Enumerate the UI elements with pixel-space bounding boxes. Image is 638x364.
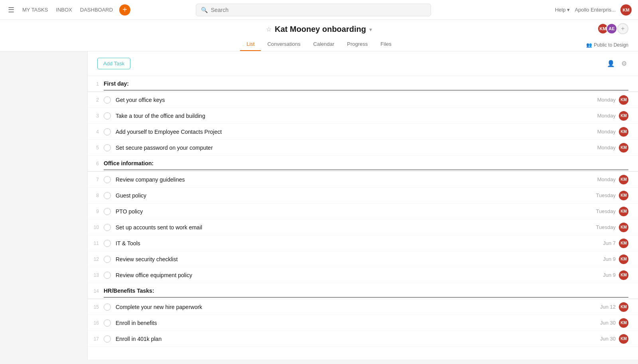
task-name: Review security checklist (116, 256, 603, 262)
task-assignee[interactable]: KM (619, 111, 628, 121)
task-assignee[interactable]: KM (619, 270, 628, 280)
task-name: Set secure password on your computer (116, 145, 597, 151)
tab-conversations[interactable]: Conversations (261, 38, 307, 51)
task-date: Jun 30 (600, 336, 616, 342)
add-button[interactable]: + (119, 4, 130, 16)
task-row[interactable]: 7 Review company guidelines Monday KM (88, 172, 638, 188)
task-assignee[interactable]: KM (619, 143, 628, 153)
tab-list[interactable]: List (240, 38, 261, 51)
task-row[interactable]: 15 Complete your new hire paperwork Jun … (88, 299, 638, 315)
row-number: 3 (88, 113, 104, 119)
list-actions: 👤 ⚙ (605, 58, 628, 69)
user-avatar[interactable]: KM (620, 4, 632, 16)
task-row[interactable]: 9 PTO policy Tuesday KM (88, 204, 638, 219)
task-date: Tuesday (596, 224, 616, 230)
row-number: 7 (88, 177, 104, 182)
row-number: 10 (88, 225, 104, 230)
section-header: 14 HR/Benefits Tasks: (88, 283, 638, 299)
task-assignee[interactable]: KM (619, 302, 628, 312)
task-date: Monday (597, 113, 616, 119)
add-task-button[interactable]: Add Task (97, 58, 130, 69)
row-number: 16 (88, 320, 104, 326)
task-assignee[interactable]: KM (619, 318, 628, 328)
task-row[interactable]: 5 Set secure password on your computer M… (88, 140, 638, 156)
task-assignee[interactable]: KM (619, 207, 628, 216)
task-date: Monday (597, 176, 616, 182)
task-date: Jun 7 (603, 240, 616, 246)
task-name: Enroll in 401k plan (116, 336, 600, 342)
tab-files[interactable]: Files (374, 38, 398, 51)
search-bar[interactable]: 🔍 (196, 4, 431, 16)
content-area: Add Task 👤 ⚙ 1 First day: 2 Get your off… (88, 51, 638, 360)
task-row[interactable]: 10 Set up accounts sent to work email Tu… (88, 219, 638, 235)
task-checkbox[interactable] (104, 256, 111, 263)
task-checkbox[interactable] (104, 335, 111, 342)
tab-calendar[interactable]: Calendar (307, 38, 341, 51)
task-name: Review company guidelines (116, 176, 597, 183)
nav-inbox[interactable]: INBOX (56, 5, 72, 14)
task-checkbox[interactable] (104, 208, 111, 215)
task-checkbox[interactable] (104, 240, 111, 247)
task-checkbox[interactable] (104, 319, 111, 327)
task-row[interactable]: 16 Enroll in benefits Jun 30 KM (88, 315, 638, 331)
org-name: Apollo Enterpris... (575, 7, 616, 13)
section-name: Office information: (104, 157, 628, 170)
member-avatar-2[interactable]: AE (606, 23, 617, 34)
task-row[interactable]: 12 Review security checklist Jun 9 KM (88, 251, 638, 267)
row-number: 9 (88, 209, 104, 214)
task-date: Jun 9 (603, 272, 616, 278)
project-right-actions: KM AE + (597, 23, 628, 34)
row-number: 6 (88, 161, 104, 166)
task-name: Get your office keys (116, 97, 597, 103)
star-icon[interactable]: ☆ (266, 25, 272, 33)
task-checkbox[interactable] (104, 176, 111, 183)
task-name: Guest policy (116, 192, 596, 199)
task-assignee[interactable]: KM (619, 254, 628, 264)
add-member-button[interactable]: + (617, 23, 628, 34)
task-row[interactable]: 17 Enroll in 401k plan Jun 30 KM (88, 331, 638, 347)
task-row[interactable]: 2 Get your office keys Monday KM (88, 92, 638, 108)
row-number: 17 (88, 336, 104, 342)
task-checkbox[interactable] (104, 224, 111, 231)
task-row[interactable]: 13 Review office equipment policy Jun 9 … (88, 267, 638, 283)
task-date: Jun 30 (600, 320, 616, 326)
task-assignee[interactable]: KM (619, 175, 628, 184)
row-number: 1 (88, 81, 104, 87)
task-row[interactable]: 8 Guest policy Tuesday KM (88, 188, 638, 204)
task-assignee[interactable]: KM (619, 223, 628, 232)
public-badge[interactable]: 👥 Public to Design (586, 42, 628, 48)
row-number: 2 (88, 97, 104, 103)
task-assignee[interactable]: KM (619, 191, 628, 200)
row-number: 8 (88, 193, 104, 198)
assign-button[interactable]: 👤 (605, 58, 616, 69)
task-row[interactable]: 11 IT & Tools Jun 7 KM (88, 235, 638, 251)
public-label: Public to Design (594, 42, 628, 48)
task-assignee[interactable]: KM (619, 334, 628, 344)
task-checkbox[interactable] (104, 272, 111, 279)
task-name: PTO policy (116, 208, 596, 215)
settings-button[interactable]: ⚙ (620, 58, 628, 69)
task-checkbox[interactable] (104, 128, 111, 135)
help-button[interactable]: Help ▾ (555, 7, 570, 13)
project-chevron-icon[interactable]: ▾ (369, 26, 372, 33)
task-date: Tuesday (596, 192, 616, 198)
section-header: 1 First day: (88, 76, 638, 92)
task-assignee[interactable]: KM (619, 95, 628, 105)
public-icon: 👥 (586, 42, 592, 48)
task-assignee[interactable]: KM (619, 127, 628, 137)
task-checkbox[interactable] (104, 96, 111, 104)
task-assignee[interactable]: KM (619, 239, 628, 248)
task-checkbox[interactable] (104, 303, 111, 311)
search-input[interactable] (211, 7, 426, 13)
task-checkbox[interactable] (104, 112, 111, 119)
task-row[interactable]: 4 Add yourself to Employee Contacts Proj… (88, 124, 638, 140)
tab-progress[interactable]: Progress (341, 38, 374, 51)
task-checkbox[interactable] (104, 144, 111, 151)
task-checkbox[interactable] (104, 192, 111, 199)
task-name: Add yourself to Employee Contacts Projec… (116, 129, 597, 135)
task-date: Jun 12 (600, 304, 616, 310)
nav-dashboard[interactable]: DASHBOARD (80, 5, 113, 14)
nav-my-tasks[interactable]: MY TASKS (22, 5, 48, 14)
hamburger-menu[interactable]: ☰ (6, 4, 16, 16)
task-row[interactable]: 3 Take a tour of the office and building… (88, 108, 638, 124)
